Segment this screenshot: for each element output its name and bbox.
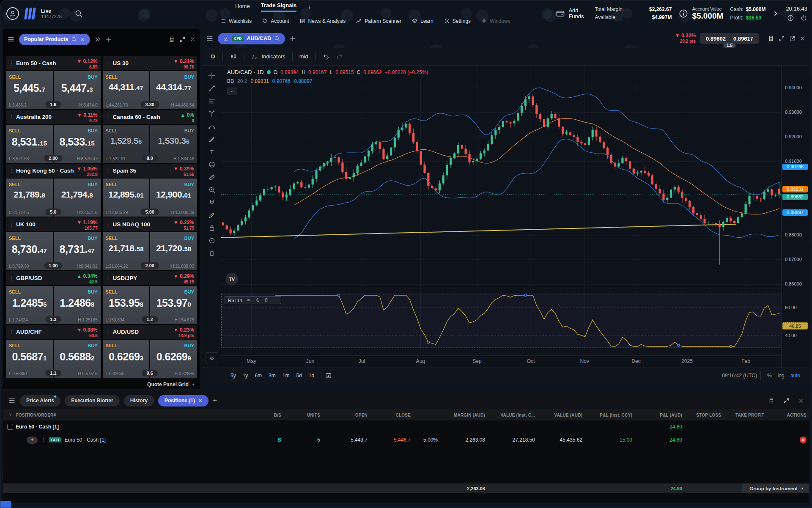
undo-icon[interactable]	[320, 53, 332, 60]
range-1m[interactable]: 1m	[279, 371, 293, 380]
product-card[interactable]: ⋮US 30▼ 0.21%96.76SELL44,311.47L:44,261.…	[103, 56, 198, 109]
chart-plot[interactable]: MayJunJulAugSepOctNovDec2025Feb AUD/CAD …	[221, 66, 781, 368]
col-header-close[interactable]: CLOSE	[370, 413, 413, 417]
col-header-name[interactable]: POSITION/ORDER#	[16, 413, 250, 417]
go-to-date-icon[interactable]	[325, 372, 332, 379]
drag-handle-icon[interactable]: ⋮	[106, 114, 110, 120]
timeframe-button[interactable]: D	[208, 53, 218, 60]
col-header-bs[interactable]: B/S	[250, 413, 284, 417]
position-row[interactable]: +⋮CFDEuro 50 - Cash [1]B55,443.75,446.75…	[3, 433, 809, 447]
search-icon[interactable]	[71, 36, 77, 42]
account-selector[interactable]: Live 14477278	[41, 8, 62, 19]
product-card[interactable]: ⋮GBP/USD▲ 0.34%42.5SELL1.24855L:1.24324B…	[6, 271, 101, 324]
range-5d[interactable]: 5d	[293, 371, 305, 380]
drag-handle-icon[interactable]: ⋮	[106, 168, 110, 174]
zoom-tool[interactable]	[206, 184, 218, 196]
search-icon[interactable]	[274, 36, 280, 41]
menu-item-news-analysis[interactable]: News & Analysis	[299, 18, 346, 24]
drag-handle-icon[interactable]: ⋮	[106, 329, 110, 335]
product-card[interactable]: ⋮Spain 35▼ 0.39%51.65SELL12,895.01L:12,8…	[103, 164, 198, 217]
pencil-tool[interactable]	[206, 209, 218, 221]
col-header-vinst[interactable]: VALUE (Inst. C...	[488, 413, 538, 417]
delete-icon[interactable]	[263, 297, 269, 303]
forecast-tool[interactable]	[206, 121, 218, 132]
product-card[interactable]: ⋮Australia 200▼ 0.11%9.73SELL8,531.15L:8…	[6, 110, 101, 163]
magnet-tool[interactable]	[206, 197, 218, 209]
crosshair-tool[interactable]	[206, 70, 218, 82]
sell-price[interactable]: 0.89602	[706, 36, 726, 42]
drag-handle-icon[interactable]: ⋮	[106, 60, 110, 66]
menu-item-watchlists[interactable]: Watchlists	[220, 18, 252, 24]
expand-icon[interactable]	[783, 398, 790, 404]
quote-panel-footer[interactable]: Quote Panel Grid▲	[3, 379, 200, 389]
range-1d[interactable]: 1d	[305, 371, 318, 380]
tab-history[interactable]: History	[124, 395, 154, 406]
info-circle-icon[interactable]	[678, 8, 689, 19]
hide-tool[interactable]	[206, 235, 218, 247]
tab-price-alerts[interactable]: Price Alerts	[20, 395, 60, 406]
close-panel-icon[interactable]	[800, 36, 806, 41]
lock-tool[interactable]	[206, 222, 218, 234]
product-card[interactable]: ⋮Canada 60 - Cash▲ 0%0SELL1,529.56L:1,52…	[103, 110, 198, 163]
info-icon[interactable]	[787, 14, 794, 22]
col-header-open[interactable]: OPEN	[323, 413, 370, 417]
filter-icon[interactable]	[8, 412, 13, 417]
add-funds-button[interactable]: Add Funds	[556, 8, 588, 20]
drag-handle-icon[interactable]: ⋮	[9, 222, 14, 228]
trend-line-tool[interactable]	[206, 82, 218, 94]
close-position-button[interactable]: ✕	[800, 437, 807, 443]
brush-tool[interactable]	[206, 133, 218, 145]
bottom-panel-menu-icon[interactable]	[8, 397, 16, 404]
drag-handle-icon[interactable]: ⋮	[106, 222, 110, 228]
range-6m[interactable]: 6m	[251, 371, 265, 380]
range-5y[interactable]: 5y	[227, 371, 239, 380]
text-tool[interactable]: T	[206, 146, 218, 158]
drag-handle-icon[interactable]: ⋮	[41, 437, 46, 443]
tab-home[interactable]: Home	[235, 3, 250, 11]
eye-icon[interactable]	[246, 297, 251, 303]
col-header-vaud[interactable]: VALUE (AUD)	[538, 413, 585, 417]
rsi-indicator-label[interactable]: RSI 14	[225, 296, 281, 304]
col-header-stop[interactable]: STOP LOSS	[685, 413, 724, 417]
expand-position-button[interactable]: +	[27, 437, 38, 444]
col-header-icon[interactable]	[3, 412, 16, 418]
scale-toggle-log[interactable]: log	[775, 373, 787, 379]
add-tab-button[interactable]: +	[213, 396, 217, 405]
product-card[interactable]: ⋮Euro 50 - Cash▼ 0.12%6.85SELL5,445.7L:5…	[6, 56, 101, 109]
expand-icon[interactable]	[179, 36, 186, 43]
expand-icon[interactable]	[779, 36, 785, 42]
close-panel-icon[interactable]	[190, 36, 196, 42]
scale-toggle-auto[interactable]: auto	[787, 373, 803, 379]
menu-item-settings[interactable]: Settings	[444, 18, 471, 24]
sell-buy-prices[interactable]: 0.89602 0.89617 1.5	[700, 33, 759, 44]
close-icon[interactable]	[80, 37, 85, 42]
emoji-tool[interactable]	[206, 159, 218, 170]
col-header-pinst[interactable]: P&L (Inst. CCY)	[585, 413, 635, 417]
quote-panel-menu-icon[interactable]	[7, 36, 15, 43]
pop-out-icon[interactable]	[789, 36, 796, 42]
ruler-tool[interactable]	[206, 171, 218, 183]
product-card[interactable]: ⋮Hong Kong 50 - Cash▼ 1.05%232.8SELL21,7…	[6, 164, 101, 217]
col-header-actions[interactable]: ACTIONS	[767, 413, 809, 417]
more-icon[interactable]	[272, 297, 278, 303]
layout-stack-icon[interactable]	[168, 36, 175, 43]
user-avatar[interactable]	[6, 7, 19, 20]
add-chart-icon[interactable]	[289, 35, 296, 42]
tradingview-logo[interactable]: TV	[225, 273, 238, 286]
close-tab-icon[interactable]: ✕	[198, 398, 202, 404]
col-header-take[interactable]: TAKE PROFIT	[724, 413, 767, 417]
product-card[interactable]: ⋮USD/JPY▼ 0.29%45.15SELL153.958L:153.894…	[103, 271, 198, 324]
buy-price[interactable]: 0.89617	[733, 36, 753, 42]
col-header-paud[interactable]: P&L (AUD)	[635, 413, 685, 417]
collapse-group-icon[interactable]: −	[7, 424, 13, 430]
collapse-toolbar-button[interactable]	[206, 352, 218, 364]
close-panel-icon[interactable]	[798, 398, 804, 404]
chart-menu-icon[interactable]	[206, 35, 214, 42]
pitchfork-tool[interactable]	[206, 108, 218, 120]
price-type-button[interactable]: mid	[297, 53, 311, 60]
chart-style-icon[interactable]	[227, 53, 240, 60]
product-card[interactable]: ⋮UK 100▼ 1.19%105.77SELL8,730.47L:8,729.…	[6, 217, 101, 270]
product-card[interactable]: ⋮AUD/CHF▼ 0.88%50.8SELL0.56871L:0.56851B…	[6, 325, 101, 378]
search-icon[interactable]	[74, 9, 83, 18]
instrument-selector[interactable]: CFD AUD/CAD	[218, 33, 285, 44]
